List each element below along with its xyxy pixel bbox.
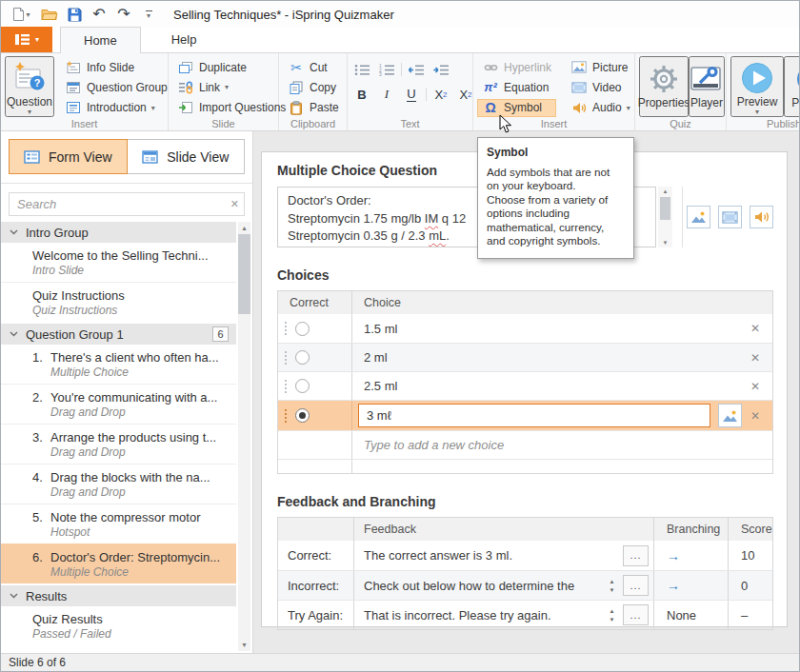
- picture-button[interactable]: Picture: [566, 58, 635, 76]
- chevron-down-icon: ▾: [151, 105, 155, 111]
- underline-button[interactable]: U: [401, 85, 422, 104]
- italic-button[interactable]: I: [376, 85, 397, 104]
- tree-item-question-4[interactable]: 4.Drag the blocks with the na... Drag an…: [1, 464, 236, 504]
- hyperlink-button[interactable]: Hyperlink: [477, 58, 556, 76]
- drag-handle-icon[interactable]: [285, 322, 287, 335]
- score-cell[interactable]: –: [729, 601, 772, 629]
- tree-group-results[interactable]: Results: [1, 585, 236, 606]
- correct-radio[interactable]: [295, 379, 310, 393]
- increase-indent-button[interactable]: [430, 60, 451, 79]
- feedback-text[interactable]: Check out below how to determine the: [364, 579, 601, 593]
- paste-button[interactable]: Paste: [283, 99, 344, 117]
- delete-choice-button[interactable]: ✕: [750, 380, 772, 393]
- feedback-more-button[interactable]: ...: [623, 604, 649, 625]
- choice-edit-input[interactable]: [358, 404, 710, 427]
- correct-radio-selected[interactable]: [295, 408, 310, 423]
- bullet-list-button[interactable]: [351, 60, 372, 79]
- choice-text[interactable]: 2 ml: [364, 350, 388, 365]
- score-cell[interactable]: 10: [729, 541, 772, 570]
- add-audio-button[interactable]: [750, 206, 773, 228]
- delete-choice-button[interactable]: ✕: [750, 351, 772, 365]
- drag-handle-icon[interactable]: [285, 351, 287, 365]
- correct-radio[interactable]: [295, 350, 310, 365]
- publish-button[interactable]: Publish: [784, 56, 800, 117]
- introduction-button[interactable]: Introduction ▾: [60, 99, 172, 117]
- branching-cell[interactable]: →: [654, 571, 729, 600]
- sidebar-scrollbar[interactable]: ▲ ▼: [238, 222, 250, 651]
- scroll-up-icon[interactable]: ▲: [238, 222, 250, 234]
- tree-group-question-group-1[interactable]: Question Group 1 6: [1, 324, 236, 345]
- tree-item-question-2[interactable]: 2.You're communicating with a... Drag an…: [1, 384, 236, 424]
- feedback-text[interactable]: That is incorrect. Please try again.: [364, 608, 601, 623]
- cut-button[interactable]: ✂ Cut: [283, 58, 344, 76]
- question-scrollbar[interactable]: ▲ ▼: [658, 187, 672, 247]
- import-questions-button[interactable]: Import Questions: [172, 99, 290, 117]
- slide-view-button[interactable]: Slide View: [128, 139, 246, 174]
- score-cell[interactable]: 0: [729, 571, 772, 600]
- undo-button[interactable]: ↶: [88, 3, 110, 26]
- branching-cell[interactable]: None: [654, 601, 729, 629]
- tree-group-intro[interactable]: Intro Group: [1, 222, 236, 243]
- divider: [682, 187, 683, 247]
- equation-button[interactable]: π² Equation: [477, 78, 556, 96]
- question-button[interactable]: ? Question ▾: [5, 56, 54, 117]
- form-view-button[interactable]: Form View: [9, 139, 128, 174]
- numbered-list-button[interactable]: 123: [376, 60, 397, 79]
- tab-help[interactable]: Help: [149, 27, 220, 52]
- delete-choice-button[interactable]: ✕: [750, 322, 772, 335]
- audio-button[interactable]: Audio ▾: [566, 99, 635, 117]
- link-button[interactable]: Link ▾: [172, 78, 290, 96]
- drag-handle-icon[interactable]: [285, 380, 287, 393]
- correct-radio[interactable]: [295, 322, 310, 336]
- feedback-more-button[interactable]: ...: [623, 575, 649, 596]
- choice-text[interactable]: 2.5 ml: [364, 379, 397, 393]
- feedback-spinner[interactable]: ▲▼: [605, 579, 619, 593]
- new-document-button[interactable]: ▾: [6, 3, 36, 26]
- tree-item-question-3[interactable]: 3.Arrange the products using t... Drag a…: [1, 424, 236, 464]
- feedback-text[interactable]: The correct answer is 3 ml.: [364, 548, 619, 563]
- open-button[interactable]: [38, 3, 61, 26]
- ribbon-tab-row: ▾ Home Help: [1, 28, 799, 53]
- search-input[interactable]: [9, 192, 245, 216]
- app-menu-button[interactable]: ▾: [1, 27, 52, 52]
- scroll-down-icon[interactable]: ▼: [238, 639, 250, 651]
- feedback-more-button[interactable]: ...: [623, 545, 649, 566]
- ribbon-group-quiz: Properties Player Quiz: [635, 53, 727, 130]
- bold-button[interactable]: B: [351, 85, 372, 104]
- add-picture-button[interactable]: [687, 206, 710, 228]
- video-button[interactable]: Video: [566, 78, 635, 96]
- decrease-indent-button[interactable]: [406, 60, 427, 79]
- add-choice-row[interactable]: Type to add a new choice: [278, 430, 772, 459]
- duplicate-button[interactable]: Duplicate: [172, 58, 290, 76]
- tooltip-title: Symbol: [487, 146, 625, 160]
- info-slide-button[interactable]: Info Slide: [60, 58, 172, 76]
- customize-toolbar-button[interactable]: ▾: [137, 3, 160, 26]
- tree-item-welcome[interactable]: Welcome to the Selling Techni... Intro S…: [1, 243, 236, 282]
- feedback-spinner[interactable]: ▲▼: [605, 608, 619, 623]
- save-button[interactable]: [63, 3, 86, 26]
- subscript-button[interactable]: X2: [430, 85, 451, 104]
- symbol-button[interactable]: Ω Symbol: [477, 99, 556, 117]
- redo-button[interactable]: ↷: [112, 3, 135, 26]
- branching-cell[interactable]: →: [654, 541, 729, 570]
- choice-text[interactable]: 1.5 ml: [364, 322, 397, 336]
- tab-home[interactable]: Home: [60, 27, 141, 53]
- tree-item-question-6-selected[interactable]: 6.Doctor's Order: Streptomycin... Multip…: [1, 544, 236, 583]
- tree-item-question-5[interactable]: 5.Note the compressor motor Hotspot: [1, 504, 236, 544]
- copy-button[interactable]: Copy: [283, 78, 344, 96]
- ribbon-group-publish: Preview ▾ Publish Publish: [727, 53, 800, 130]
- preview-button[interactable]: Preview ▾: [730, 56, 784, 117]
- delete-choice-button[interactable]: ✕: [742, 409, 772, 423]
- clear-search-icon[interactable]: ✕: [230, 198, 239, 210]
- ribbon-group-insert-media: Hyperlink π² Equation Ω Symbol Picture: [473, 53, 635, 130]
- tree-item-question-1[interactable]: 1.There's a client who often ha... Multi…: [1, 345, 236, 384]
- question-group-button[interactable]: Question Group: [60, 78, 172, 96]
- scrollbar-thumb[interactable]: [238, 234, 250, 314]
- tree-item-quiz-instructions[interactable]: Quiz Instructions Quiz Instructions: [1, 282, 236, 322]
- drag-handle-icon[interactable]: [285, 409, 287, 423]
- add-video-button[interactable]: [718, 206, 742, 228]
- tree-item-quiz-results[interactable]: Quiz Results Passed / Failed: [1, 606, 236, 645]
- choice-picture-button[interactable]: [718, 404, 742, 427]
- player-button[interactable]: Player: [689, 56, 725, 117]
- properties-button[interactable]: Properties: [639, 56, 689, 117]
